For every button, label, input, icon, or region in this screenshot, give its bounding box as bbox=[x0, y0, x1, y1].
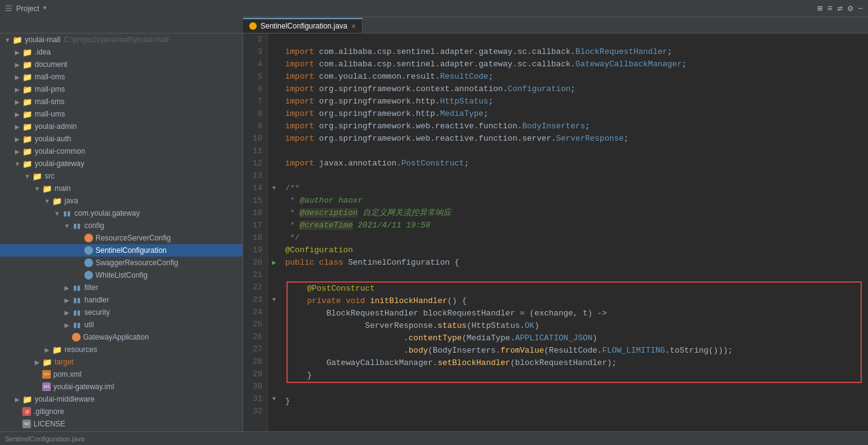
ln-6: 6 bbox=[248, 83, 262, 95]
tree-sentinel-config[interactable]: SentinelConfiguration bbox=[0, 244, 242, 257]
tree-idea[interactable]: 📁 .idea bbox=[0, 46, 242, 58]
code-line-28: GatewayCallbackManager.setBlockHandler(b… bbox=[286, 357, 862, 369]
title-bar: ☰ Project ▼ ⊞ ≡ ⇄ ⚙ − bbox=[0, 0, 868, 17]
tree-mall-sms[interactable]: 📁 mall-sms bbox=[0, 95, 242, 108]
ln-11: 11 bbox=[248, 145, 262, 157]
code-line-9: import org.springframework.web.reactive.… bbox=[285, 120, 863, 133]
collapse-icon[interactable]: ≡ bbox=[827, 4, 832, 14]
tree-java[interactable]: 📁 java bbox=[0, 195, 242, 207]
document-label: document bbox=[35, 60, 68, 69]
tree-util[interactable]: ▮▮ util bbox=[0, 319, 242, 331]
ln-30: 30 bbox=[248, 381, 262, 393]
gitignore-icon: .gi bbox=[22, 407, 31, 416]
dropdown-arrow-icon[interactable]: ▼ bbox=[43, 5, 46, 12]
tab-sentinel[interactable]: SentinelConfiguration.java ✕ bbox=[243, 18, 363, 33]
grid-view-icon[interactable]: ⊞ bbox=[817, 3, 822, 14]
settings-icon[interactable]: ⚙ bbox=[848, 3, 852, 14]
filter-pkg-icon: ▮▮ bbox=[72, 283, 82, 292]
project-tree: 📁 youlai-mall C:\projects\java\mall\youl… bbox=[0, 33, 243, 431]
handler-label: handler bbox=[84, 296, 109, 304]
gateway-arrow bbox=[12, 161, 22, 167]
mall-sms-label: mall-sms bbox=[35, 97, 64, 106]
tree-youlai-admin[interactable]: 📁 youlai-admin bbox=[0, 120, 242, 133]
tree-config[interactable]: ▮▮ config bbox=[0, 219, 242, 232]
tree-youlai-auth[interactable]: 📁 youlai-auth bbox=[0, 133, 242, 145]
main-icon: 📁 bbox=[42, 184, 52, 193]
ln-14: 14 bbox=[248, 182, 262, 195]
tree-whitelist-config[interactable]: WhiteListConfig bbox=[0, 269, 242, 281]
wl-icon bbox=[84, 271, 93, 280]
code-line-23: private void initBlockHandler() { bbox=[286, 295, 862, 307]
code-line-16: * @description 自定义网关流控异常响应 bbox=[285, 207, 863, 219]
bottom-status: SentinelConfiguration.java bbox=[5, 435, 84, 443]
tree-youlai-gateway[interactable]: 📁 youlai-gateway bbox=[0, 157, 242, 170]
ln-26: 26 bbox=[248, 331, 262, 343]
tree-handler[interactable]: ▮▮ handler bbox=[0, 294, 242, 306]
tree-middleware[interactable]: 📁 youlai-middleware bbox=[0, 393, 242, 405]
java-file-icon bbox=[249, 22, 257, 30]
tree-swagger-config[interactable]: SwaggerResourceConfig bbox=[0, 257, 242, 269]
common-arrow bbox=[12, 148, 22, 155]
root-folder-icon: 📁 bbox=[12, 35, 22, 44]
tree-security[interactable]: ▮▮ security bbox=[0, 306, 242, 319]
tree-pom-gateway[interactable]: </> pom.xml bbox=[0, 368, 242, 381]
code-line-4: import com.alibaba.csp.sentinel.adapter.… bbox=[285, 58, 863, 71]
ln-12: 12 bbox=[248, 157, 262, 170]
code-line-17: * @createTime 2021/4/11 19:58 bbox=[285, 219, 863, 232]
tree-mall-oms[interactable]: 📁 mall-oms bbox=[0, 71, 242, 83]
ln-17: 17 bbox=[248, 219, 262, 232]
ln-32: 32 bbox=[248, 405, 262, 418]
code-line-12: import javax.annotation.PostConstruct; bbox=[285, 157, 863, 170]
tree-main[interactable]: 📁 main bbox=[0, 182, 242, 195]
document-folder-icon: 📁 bbox=[22, 60, 32, 69]
tree-resource-server-config[interactable]: ResourceServerConfig bbox=[0, 232, 242, 244]
tree-resources[interactable]: 📁 resources bbox=[0, 343, 242, 356]
tree-gitignore[interactable]: .gi .gitignore bbox=[0, 405, 242, 418]
code-line-15: * @author haoxr bbox=[285, 195, 863, 207]
code-editor[interactable]: 2 3 4 5 6 7 8 9 10 11 12 13 14 15 16 17 … bbox=[243, 33, 868, 431]
resources-icon: 📁 bbox=[52, 345, 62, 354]
expand-icon[interactable]: ⇄ bbox=[838, 3, 843, 14]
minimize-icon[interactable]: − bbox=[858, 4, 863, 14]
config-pkg-icon: ▮▮ bbox=[72, 221, 82, 230]
security-pkg-icon: ▮▮ bbox=[72, 308, 82, 317]
code-line-26: .contentType(MediaType.APPLICATION_JSON) bbox=[286, 332, 862, 345]
gutter-fold-14: ▼ bbox=[268, 182, 280, 195]
src-label: src bbox=[45, 172, 55, 180]
tree-youlai-common[interactable]: 📁 youlai-common bbox=[0, 145, 242, 157]
resources-label: resources bbox=[64, 345, 97, 354]
tree-root[interactable]: 📁 youlai-mall C:\projects\java\mall\youl… bbox=[0, 33, 242, 46]
line-numbers: 2 3 4 5 6 7 8 9 10 11 12 13 14 15 16 17 … bbox=[243, 33, 268, 431]
tree-license[interactable]: txt LICENSE bbox=[0, 418, 242, 430]
target-arrow bbox=[32, 359, 42, 366]
project-label[interactable]: Project bbox=[16, 4, 39, 13]
code-line-18: */ bbox=[285, 232, 863, 244]
ln-29: 29 bbox=[248, 368, 262, 381]
tree-iml[interactable]: iml youlai-gateway.iml bbox=[0, 381, 242, 393]
code-line-3: import com.alibaba.csp.sentinel.adapter.… bbox=[285, 46, 863, 58]
target-icon: 📁 bbox=[42, 358, 52, 366]
tree-package-root[interactable]: ▮▮ com.youlai.gateway bbox=[0, 207, 242, 219]
swagger-icon bbox=[84, 258, 93, 267]
gutter-run-20[interactable]: ▶ bbox=[268, 257, 280, 269]
code-lines: import com.alibaba.csp.sentinel.adapter.… bbox=[280, 33, 868, 431]
tree-gateway-app[interactable]: GatewayApplication bbox=[0, 331, 242, 343]
ln-8: 8 bbox=[248, 108, 262, 120]
pkg-root-arrow bbox=[52, 210, 62, 217]
tree-target[interactable]: 📁 target bbox=[0, 356, 242, 368]
ln-5: 5 bbox=[248, 71, 262, 83]
root-label: youlai-mall bbox=[25, 35, 60, 44]
code-line-24: BlockRequestHandler blockRequestHandler … bbox=[286, 307, 862, 320]
tree-document[interactable]: 📁 document bbox=[0, 58, 242, 71]
ln-19: 19 bbox=[248, 244, 262, 257]
tree-mall-pms[interactable]: 📁 mall-pms bbox=[0, 83, 242, 95]
java-arrow bbox=[42, 198, 52, 205]
iml-icon: iml bbox=[42, 382, 51, 391]
tree-src[interactable]: 📁 src bbox=[0, 170, 242, 182]
tab-close-icon[interactable]: ✕ bbox=[351, 23, 356, 30]
ln-28: 28 bbox=[248, 356, 262, 368]
tree-mall-ums[interactable]: 📁 mall-ums bbox=[0, 108, 242, 120]
tree-filter[interactable]: ▮▮ filter bbox=[0, 281, 242, 294]
mall-oms-label: mall-oms bbox=[35, 73, 65, 81]
tab-label: SentinelConfiguration.java bbox=[260, 22, 347, 30]
